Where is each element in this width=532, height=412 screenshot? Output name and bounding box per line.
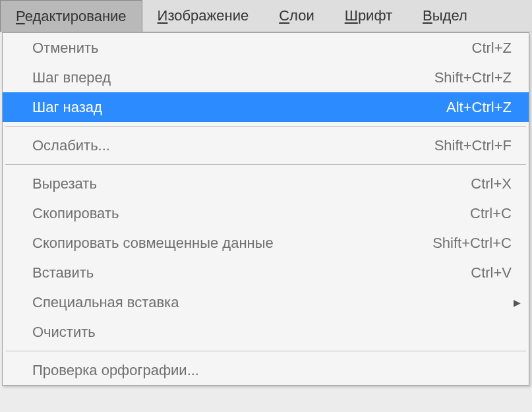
menu-item-label: Ослабить... (32, 137, 110, 154)
menu-item-label: Проверка орфографии... (32, 362, 199, 379)
menu-separator (5, 164, 526, 165)
menu-item-label: Специальная вставка (32, 294, 179, 311)
menu-item-shortcut: Ctrl+Z (472, 40, 512, 57)
menubar-item-4[interactable]: Выдел (407, 0, 483, 32)
menu-item-label: Шаг назад (32, 99, 102, 116)
menu-item-label: Очистить (32, 324, 96, 341)
menu-item-0-2[interactable]: Шаг назадAlt+Ctrl+Z (3, 92, 529, 122)
menu-item-label: Отменить (32, 40, 99, 57)
menubar: РедактированиеИзображениеСлоиШрифтВыдел (0, 0, 532, 32)
menu-item-0-0[interactable]: ОтменитьCtrl+Z (3, 33, 529, 63)
menu-item-label: Скопировать совмещенные данные (32, 235, 274, 252)
menu-item-label: Шаг вперед (32, 69, 111, 86)
menubar-item-0[interactable]: Редактирование (0, 0, 142, 32)
menu-item-2-1[interactable]: СкопироватьCtrl+C (3, 198, 529, 228)
menubar-item-label: Слои (279, 7, 314, 24)
menu-item-shortcut: Shift+Ctrl+F (434, 137, 512, 154)
menubar-item-label: Редактирование (16, 8, 127, 25)
menu-item-shortcut: Ctrl+V (471, 264, 512, 281)
menu-item-label: Скопировать (32, 205, 119, 222)
edit-dropdown-menu: ОтменитьCtrl+ZШаг впередShift+Ctrl+ZШаг … (2, 32, 529, 386)
menubar-item-1[interactable]: Изображение (142, 0, 264, 32)
menu-item-2-0[interactable]: ВырезатьCtrl+X (3, 169, 529, 198)
menubar-item-label: Шрифт (345, 7, 392, 24)
menu-item-shortcut: Ctrl+C (470, 205, 512, 222)
menubar-item-label: Изображение (158, 7, 249, 24)
menu-item-3-0[interactable]: Проверка орфографии... (3, 355, 529, 385)
menu-item-2-3[interactable]: ВставитьCtrl+V (3, 258, 529, 287)
menu-item-label: Вставить (32, 264, 94, 281)
menu-item-2-2[interactable]: Скопировать совмещенные данныеShift+Ctrl… (3, 228, 529, 258)
submenu-arrow-icon: ▶ (514, 297, 521, 308)
menu-separator (5, 126, 526, 127)
menu-item-shortcut: Alt+Ctrl+Z (446, 99, 512, 116)
menubar-item-3[interactable]: Шрифт (330, 0, 407, 32)
menubar-item-2[interactable]: Слои (264, 0, 330, 32)
menu-item-label: Вырезать (32, 175, 97, 192)
menu-item-2-5[interactable]: Очистить (3, 317, 529, 347)
menu-item-shortcut: Shift+Ctrl+Z (434, 69, 512, 86)
menu-item-0-1[interactable]: Шаг впередShift+Ctrl+Z (3, 63, 529, 92)
menu-item-shortcut: Shift+Ctrl+C (432, 235, 512, 252)
menu-separator (5, 351, 526, 351)
menu-item-shortcut: Ctrl+X (471, 175, 512, 192)
menu-item-1-0[interactable]: Ослабить...Shift+Ctrl+F (3, 131, 529, 160)
menubar-item-label: Выдел (423, 7, 467, 24)
menu-item-2-4[interactable]: Специальная вставка▶ (3, 287, 529, 317)
